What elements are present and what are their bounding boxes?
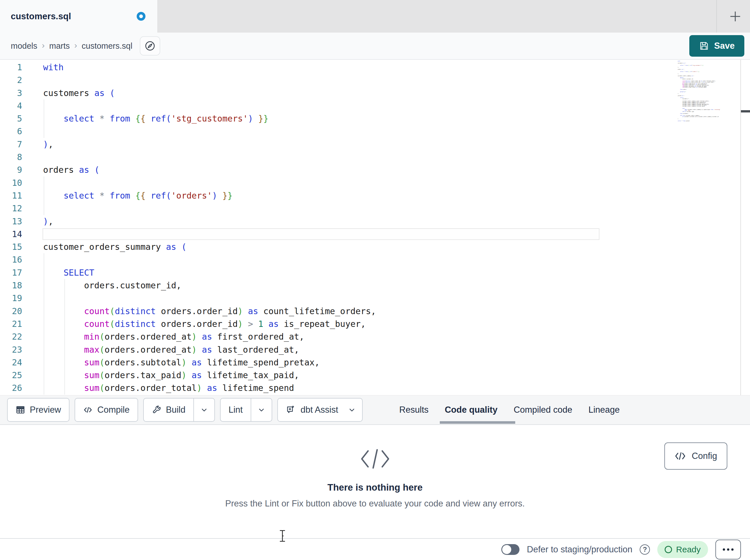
tab-lineage[interactable]: Lineage	[588, 405, 619, 415]
line-number[interactable]: 1	[0, 61, 22, 74]
line-number[interactable]: 7	[0, 138, 22, 151]
line-number[interactable]: 23	[0, 343, 22, 356]
code-line[interactable]: 13),	[0, 215, 677, 228]
line-number[interactable]: 26	[0, 381, 22, 394]
line-number[interactable]: 19	[0, 292, 22, 305]
line-number[interactable]: 8	[0, 151, 22, 163]
code-lines[interactable]: 1with23customers as (45 select * from {{…	[0, 61, 677, 395]
line-number[interactable]: 10	[0, 177, 22, 189]
line-number[interactable]: 12	[0, 202, 22, 215]
code-line[interactable]: 19	[0, 292, 677, 305]
line-number[interactable]: 3	[0, 87, 22, 99]
code-brackets-icon	[83, 405, 93, 415]
code-line[interactable]: 22 min(orders.ordered_at) as first_order…	[0, 330, 677, 343]
build-dropdown-button[interactable]	[193, 398, 214, 421]
code-line[interactable]: 24 sum(orders.subtotal) as lifetime_spen…	[0, 356, 677, 369]
breadcrumb-file[interactable]: customers.sql	[82, 41, 133, 51]
dbt-assist-button-label: dbt Assist	[300, 405, 338, 415]
tab-compiled-code[interactable]: Compiled code	[514, 405, 572, 415]
floppy-disk-icon	[699, 41, 709, 51]
code-line[interactable]: 25 sum(orders.tax_paid) as lifetime_tax_…	[0, 369, 677, 381]
wrench-icon	[152, 405, 161, 415]
file-tab-customers-sql[interactable]: customers.sql	[0, 0, 158, 33]
build-button[interactable]: Build	[144, 398, 193, 421]
line-number[interactable]: 11	[0, 189, 22, 202]
code-line[interactable]: 17 SELECT	[0, 266, 677, 279]
line-number[interactable]: 2	[0, 74, 22, 86]
compile-button-label: Compile	[97, 405, 130, 415]
code-line[interactable]: 14	[0, 228, 677, 241]
text-ibeam-cursor	[278, 530, 287, 542]
lint-dropdown-button[interactable]	[251, 398, 272, 421]
status-circle-icon	[665, 546, 672, 553]
code-brackets-icon	[358, 448, 392, 470]
line-number[interactable]: 9	[0, 163, 22, 176]
code-text: select * from {{ ref('stg_customers') }}	[43, 112, 269, 125]
indent-guide	[44, 202, 44, 215]
code-line[interactable]: 7),	[0, 138, 677, 151]
chevron-down-icon	[200, 406, 208, 414]
line-number[interactable]: 21	[0, 317, 22, 330]
compile-button[interactable]: Compile	[75, 398, 138, 422]
code-line[interactable]: 10	[0, 177, 677, 189]
config-button[interactable]: Config	[664, 442, 727, 470]
line-number[interactable]: 13	[0, 215, 22, 228]
line-number[interactable]: 25	[0, 369, 22, 381]
dbt-assist-dropdown[interactable]	[346, 398, 362, 421]
line-number[interactable]: 17	[0, 266, 22, 279]
code-line[interactable]: 15customer_orders_summary as (	[0, 241, 677, 253]
code-text: sum(orders.subtotal) as lifetime_spend_p…	[43, 356, 320, 369]
save-button[interactable]: Save	[689, 35, 744, 57]
compass-icon	[144, 40, 156, 51]
toolbar-buttons: Preview Compile	[7, 395, 363, 424]
code-line[interactable]: 18 orders.customer_id,	[0, 279, 677, 292]
code-line[interactable]: 4	[0, 99, 677, 112]
new-tab-button[interactable]	[720, 0, 750, 33]
chat-sparkle-icon	[286, 405, 296, 415]
line-number[interactable]: 14	[0, 228, 22, 241]
tab-results[interactable]: Results	[399, 405, 429, 415]
line-number[interactable]: 5	[0, 112, 22, 125]
code-line[interactable]: 8	[0, 151, 677, 163]
tab-code-quality[interactable]: Code quality	[445, 405, 497, 415]
more-options-button[interactable]	[715, 540, 741, 559]
code-line[interactable]: 2	[0, 74, 677, 86]
code-line[interactable]: 11 select * from {{ ref('orders') }}	[0, 189, 677, 202]
line-number[interactable]: 6	[0, 125, 22, 138]
line-number[interactable]: 16	[0, 253, 22, 266]
help-icon[interactable]: ?	[640, 544, 650, 555]
active-line-highlight	[42, 228, 599, 240]
line-number[interactable]: 18	[0, 279, 22, 292]
code-line[interactable]: 21 count(distinct orders.order_id) > 1 a…	[0, 317, 677, 330]
breadcrumb-marts[interactable]: marts	[50, 41, 70, 51]
line-number[interactable]: 15	[0, 241, 22, 253]
code-brackets-icon	[675, 452, 686, 460]
code-line[interactable]: 1with	[0, 61, 677, 74]
code-line[interactable]: 6	[0, 125, 677, 138]
lint-button[interactable]: Lint	[221, 398, 251, 421]
line-number[interactable]: 4	[0, 99, 22, 112]
defer-toggle[interactable]	[501, 544, 519, 555]
ready-status-badge[interactable]: Ready	[657, 541, 708, 558]
code-editor[interactable]: 1with23customers as (45 select * from {{…	[0, 60, 750, 395]
code-line[interactable]: 9orders as (	[0, 163, 677, 176]
code-text: ),	[43, 138, 53, 151]
line-number[interactable]: 20	[0, 305, 22, 317]
line-number[interactable]: 22	[0, 330, 22, 343]
panel-tabs: Results Code quality Compiled code Linea…	[396, 395, 620, 424]
dbt-assist-button[interactable]: dbt Assist	[277, 398, 363, 422]
line-number[interactable]: 24	[0, 356, 22, 369]
editor-minimap[interactable]: with customers as ( select * from {{ ref…	[678, 61, 740, 395]
code-line[interactable]: 5 select * from {{ ref('stg_customers') …	[0, 112, 677, 125]
navigate-file-tree-button[interactable]	[140, 36, 160, 56]
preview-button[interactable]: Preview	[7, 398, 70, 422]
code-line[interactable]: 23 max(orders.ordered_at) as last_ordere…	[0, 343, 677, 356]
code-line[interactable]: 12	[0, 202, 677, 215]
status-bar: Defer to staging/production ? Ready	[0, 538, 750, 560]
breadcrumb-models[interactable]: models	[11, 41, 37, 51]
code-line[interactable]: 20 count(distinct orders.order_id) as co…	[0, 305, 677, 317]
code-line[interactable]: 3customers as (	[0, 87, 677, 99]
scrollbar-marker[interactable]	[741, 110, 750, 112]
code-line[interactable]: 26 sum(orders.order_total) as lifetime_s…	[0, 381, 677, 394]
code-line[interactable]: 16	[0, 253, 677, 266]
